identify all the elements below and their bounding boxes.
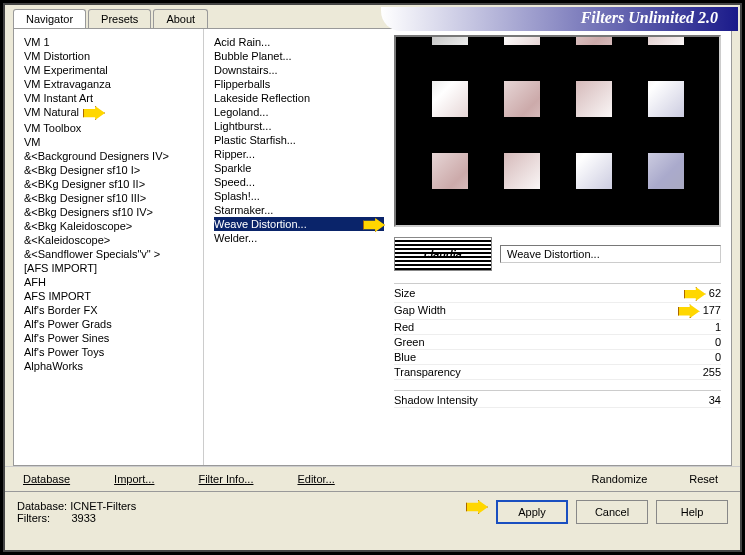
param-value: 0 bbox=[715, 336, 721, 348]
category-item[interactable]: AlphaWorks bbox=[24, 359, 203, 373]
filter-item[interactable]: Splash!... bbox=[214, 189, 384, 203]
filter-item[interactable]: Starmaker... bbox=[214, 203, 384, 217]
category-item[interactable]: &<Bkg Kaleidoscope> bbox=[24, 219, 203, 233]
filter-item[interactable]: Sparkle bbox=[214, 161, 384, 175]
editor-button[interactable]: Editor... bbox=[287, 471, 344, 487]
category-item[interactable]: AFS IMPORT bbox=[24, 289, 203, 303]
filter-item[interactable]: Speed... bbox=[214, 175, 384, 189]
status-info: Database: ICNET-Filters Filters: 3933 bbox=[17, 500, 136, 524]
filter-list[interactable]: Acid Rain...Bubble Planet...Downstairs..… bbox=[204, 29, 384, 465]
param-value: 34 bbox=[709, 394, 721, 406]
filter-info-button[interactable]: Filter Info... bbox=[188, 471, 263, 487]
category-item[interactable]: &<Kaleidoscope> bbox=[24, 233, 203, 247]
category-item[interactable]: AFH bbox=[24, 275, 203, 289]
filter-item[interactable]: Lightburst... bbox=[214, 119, 384, 133]
param-value: 1 bbox=[715, 321, 721, 333]
param-shadow-intensity[interactable]: Shadow Intensity 34 bbox=[394, 390, 721, 408]
category-item[interactable]: VM bbox=[24, 135, 203, 149]
param-row[interactable]: Green 0 bbox=[394, 335, 721, 350]
param-row[interactable]: Red 1 bbox=[394, 320, 721, 335]
category-item[interactable]: [AFS IMPORT] bbox=[24, 261, 203, 275]
apply-button[interactable]: Apply bbox=[496, 500, 568, 524]
filter-item[interactable]: Bubble Planet... bbox=[214, 49, 384, 63]
category-item[interactable]: VM Experimental bbox=[24, 63, 203, 77]
category-item[interactable]: VM Extravaganza bbox=[24, 77, 203, 91]
param-row[interactable]: Size 62 bbox=[394, 286, 721, 303]
category-item[interactable]: &<Sandflower Specials"v" > bbox=[24, 247, 203, 261]
preview-and-params: claudia Weave Distortion... Size 62Gap W… bbox=[384, 29, 731, 465]
category-list[interactable]: VM 1VM DistortionVM ExperimentalVM Extra… bbox=[14, 29, 204, 465]
category-item[interactable]: VM Instant Art bbox=[24, 91, 203, 105]
param-label: Blue bbox=[394, 351, 416, 363]
parameter-list: Size 62Gap Width 177Red 1Green 0Blue 0Tr… bbox=[394, 283, 721, 380]
pointer-icon bbox=[466, 500, 488, 514]
pointer-icon bbox=[684, 287, 706, 301]
param-row[interactable]: Blue 0 bbox=[394, 350, 721, 365]
category-item[interactable]: Alf's Power Toys bbox=[24, 345, 203, 359]
param-label: Green bbox=[394, 336, 425, 348]
category-item[interactable]: Alf's Border FX bbox=[24, 303, 203, 317]
filter-item[interactable]: Welder... bbox=[214, 231, 384, 245]
category-item[interactable]: &<BKg Designer sf10 II> bbox=[24, 177, 203, 191]
app-window: Filters Unlimited 2.0 Navigator Presets … bbox=[3, 3, 742, 552]
pointer-icon bbox=[363, 218, 385, 232]
param-label: Transparency bbox=[394, 366, 461, 378]
category-item[interactable]: Alf's Power Sines bbox=[24, 331, 203, 345]
filter-item[interactable]: Lakeside Reflection bbox=[214, 91, 384, 105]
status-bar: Database: ICNET-Filters Filters: 3933 Ap… bbox=[5, 491, 740, 532]
app-title: Filters Unlimited 2.0 bbox=[381, 7, 738, 31]
tab-navigator[interactable]: Navigator bbox=[13, 9, 86, 28]
pointer-icon bbox=[678, 304, 700, 318]
tab-presets[interactable]: Presets bbox=[88, 9, 151, 28]
author-logo: claudia bbox=[394, 237, 492, 271]
param-row[interactable]: Gap Width 177 bbox=[394, 303, 721, 320]
param-value: 255 bbox=[703, 366, 721, 378]
pointer-icon bbox=[83, 106, 105, 120]
filter-name-box: Weave Distortion... bbox=[500, 245, 721, 263]
filter-item[interactable]: Flipperballs bbox=[214, 77, 384, 91]
filter-item[interactable]: Ripper... bbox=[214, 147, 384, 161]
filter-item[interactable]: Plastic Starfish... bbox=[214, 133, 384, 147]
filter-item[interactable]: Legoland... bbox=[214, 105, 384, 119]
navigator-panel: VM 1VM DistortionVM ExperimentalVM Extra… bbox=[13, 28, 732, 466]
category-item[interactable]: VM Toolbox bbox=[24, 121, 203, 135]
category-item[interactable]: &<Bkg Designer sf10 III> bbox=[24, 191, 203, 205]
tab-about[interactable]: About bbox=[153, 9, 208, 28]
database-button[interactable]: Database bbox=[13, 471, 80, 487]
import-button[interactable]: Import... bbox=[104, 471, 164, 487]
param-label: Red bbox=[394, 321, 414, 333]
preview-image bbox=[394, 35, 721, 227]
reset-button[interactable]: Reset bbox=[675, 471, 732, 487]
param-value: 177 bbox=[700, 304, 721, 316]
help-button[interactable]: Help bbox=[656, 500, 728, 524]
filter-item[interactable]: Weave Distortion... bbox=[214, 217, 384, 231]
category-item[interactable]: VM Distortion bbox=[24, 49, 203, 63]
filter-item[interactable]: Downstairs... bbox=[214, 63, 384, 77]
category-item[interactable]: &<Bkg Designers sf10 IV> bbox=[24, 205, 203, 219]
category-item[interactable]: VM Natural bbox=[24, 105, 203, 121]
param-value: 62 bbox=[706, 287, 721, 299]
cancel-button[interactable]: Cancel bbox=[576, 500, 648, 524]
lower-toolbar: Database Import... Filter Info... Editor… bbox=[5, 466, 740, 491]
category-item[interactable]: Alf's Power Grads bbox=[24, 317, 203, 331]
randomize-button[interactable]: Randomize bbox=[578, 471, 662, 487]
category-item[interactable]: &<Bkg Designer sf10 I> bbox=[24, 163, 203, 177]
param-row[interactable]: Transparency 255 bbox=[394, 365, 721, 380]
param-label: Gap Width bbox=[394, 304, 446, 318]
category-item[interactable]: &<Background Designers IV> bbox=[24, 149, 203, 163]
category-item[interactable]: VM 1 bbox=[24, 35, 203, 49]
param-label: Size bbox=[394, 287, 415, 301]
param-label: Shadow Intensity bbox=[394, 394, 478, 406]
filter-item[interactable]: Acid Rain... bbox=[214, 35, 384, 49]
param-value: 0 bbox=[715, 351, 721, 363]
